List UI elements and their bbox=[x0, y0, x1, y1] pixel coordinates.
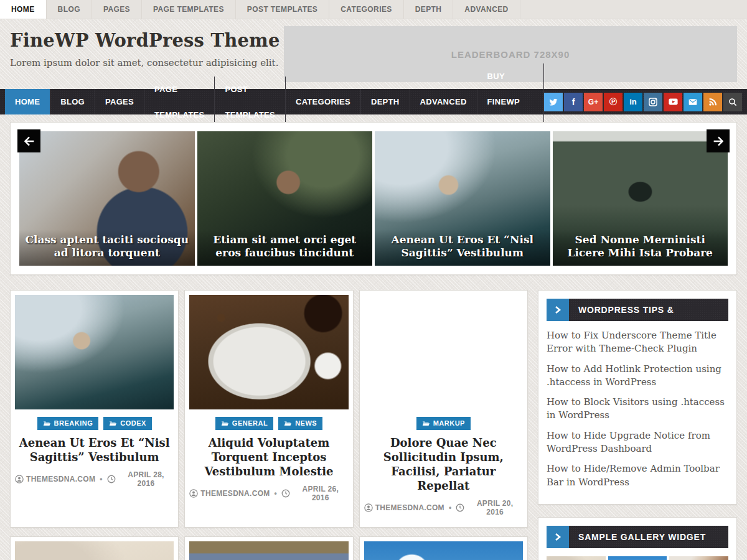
post-author[interactable]: THEMESDNA.COM bbox=[15, 475, 95, 483]
category-badge[interactable]: CODEX bbox=[103, 417, 152, 430]
carousel-slide[interactable]: Aenean Ut Eros Et “Nisl Sagittis” Vestib… bbox=[375, 131, 550, 266]
widget-link-list: How to Fix Underscore Theme Title Error … bbox=[547, 329, 728, 489]
top-nav-advanced[interactable]: ADVANCED bbox=[453, 0, 520, 19]
google-plus-icon[interactable]: G+ bbox=[584, 93, 603, 111]
sidebar: WORDPRESS TIPS & TUTORIALS How to Fix Un… bbox=[538, 290, 737, 560]
top-secondary-nav: HOME BLOG PAGES PAGE TEMPLATES POST TEMP… bbox=[0, 0, 747, 19]
featured-carousel: Class aptent taciti sociosqu ad litora t… bbox=[10, 122, 737, 275]
carousel-slide-title[interactable]: Etiam sit amet orci eget eros faucibus t… bbox=[197, 230, 373, 266]
post-image-car-girl[interactable] bbox=[15, 295, 174, 409]
widget-link[interactable]: How to Block Visitors using .htaccess in… bbox=[547, 396, 728, 422]
category-badge[interactable]: MARKUP bbox=[416, 417, 471, 430]
main-nav-home[interactable]: HOME bbox=[5, 89, 50, 114]
widget-header: WORDPRESS TIPS & TUTORIALS bbox=[547, 299, 728, 321]
site-tagline: Lorem ipsum dolor sit amet, consectetur … bbox=[10, 57, 280, 68]
pinterest-icon[interactable]: ℗ bbox=[604, 93, 622, 111]
clock-icon bbox=[107, 475, 116, 483]
chevron-right-icon bbox=[547, 526, 569, 548]
post-date: APRIL 28, 2016 bbox=[107, 470, 174, 488]
author-icon bbox=[15, 475, 24, 483]
top-nav-categories[interactable]: CATEGORIES bbox=[329, 0, 403, 19]
facebook-icon[interactable]: f bbox=[564, 93, 583, 111]
post-meta: THEMESDNA.COM APRIL 28, 2016 bbox=[15, 470, 174, 494]
main-nav-page-templates[interactable]: PAGE TEMPLATES bbox=[144, 77, 215, 128]
main-nav-blog[interactable]: BLOG bbox=[50, 89, 95, 114]
meta-separator bbox=[449, 503, 452, 512]
widget-link[interactable]: How to Hide/Remove Admin Toolbar Bar in … bbox=[547, 462, 728, 489]
top-nav-post-templates[interactable]: POST TEMPLATES bbox=[236, 0, 329, 19]
widget-title: WORDPRESS TIPS & TUTORIALS bbox=[569, 299, 728, 321]
post-card: GENERAL NEWS Aliquid Voluptatem Torquent… bbox=[184, 290, 353, 528]
category-badge[interactable]: NEWS bbox=[278, 417, 322, 430]
main-nav-pages[interactable]: PAGES bbox=[95, 89, 144, 114]
category-badge[interactable]: BREAKING bbox=[37, 417, 99, 430]
top-nav-depth[interactable]: DEPTH bbox=[404, 0, 454, 19]
post-title[interactable]: Aenean Ut Eros Et “Nisl Sagittis” Vestib… bbox=[17, 436, 171, 464]
folder-icon bbox=[109, 420, 117, 426]
carousel-next-button[interactable] bbox=[707, 129, 730, 152]
gallery-grid bbox=[547, 556, 728, 560]
instagram-icon[interactable] bbox=[644, 93, 662, 111]
leaderboard-ad-text: LEADERBOARD 728X90 bbox=[451, 49, 570, 60]
post-card bbox=[10, 536, 179, 560]
carousel-slide-title[interactable]: Aenean Ut Eros Et “Nisl Sagittis” Vestib… bbox=[375, 230, 550, 266]
post-meta: THEMESDNA.COM APRIL 26, 2016 bbox=[189, 485, 348, 508]
top-nav-pages[interactable]: PAGES bbox=[92, 0, 142, 19]
carousel-slide[interactable]: Sed Nonne Merninisti Licere Mihi Ista Pr… bbox=[553, 131, 728, 266]
post-title[interactable]: Aliquid Voluptatem Torquent Inceptos Ves… bbox=[192, 436, 345, 478]
post-card: MARKUP Dolore Quae Nec Sollicitudin Ipsu… bbox=[359, 290, 528, 528]
main-nav-categories[interactable]: CATEGORIES bbox=[286, 89, 361, 114]
folder-icon bbox=[284, 420, 292, 426]
widget-link[interactable]: How to Hide Upgrade Notice from WordPres… bbox=[547, 429, 728, 456]
post-meta: THEMESDNA.COM APRIL 20, 2016 bbox=[364, 499, 523, 523]
chevron-right-icon bbox=[547, 299, 569, 321]
post-card: BREAKING CODEX Aenean Ut Eros Et “Nisl S… bbox=[10, 290, 179, 528]
post-author[interactable]: THEMESDNA.COM bbox=[189, 489, 270, 498]
site-header: FineWP WordPress Theme Lorem ipsum dolor… bbox=[10, 19, 737, 89]
carousel-slide[interactable]: Etiam sit amet orci eget eros faucibus t… bbox=[197, 131, 373, 266]
main-nav: HOME BLOG PAGES PAGE TEMPLATES POST TEMP… bbox=[0, 89, 747, 114]
category-badge[interactable]: GENERAL bbox=[215, 417, 273, 430]
gallery-thumb-sky[interactable] bbox=[608, 556, 667, 560]
post-image-camera-girl[interactable] bbox=[189, 541, 348, 560]
carousel-prev-button[interactable] bbox=[17, 129, 40, 152]
folder-icon bbox=[422, 420, 430, 426]
widget-title: SAMPLE GALLERY WIDGET bbox=[569, 526, 728, 548]
main-nav-advanced[interactable]: ADVANCED bbox=[410, 89, 477, 114]
top-nav-blog[interactable]: BLOG bbox=[47, 0, 92, 19]
posts-grid: BREAKING CODEX Aenean Ut Eros Et “Nisl S… bbox=[10, 290, 528, 560]
top-nav-home[interactable]: HOME bbox=[0, 0, 47, 19]
clock-icon bbox=[456, 503, 464, 512]
main-nav-post-templates[interactable]: POST TEMPLATES bbox=[215, 77, 285, 128]
gallery-thumb-portrait[interactable] bbox=[669, 556, 728, 560]
linkedin-icon[interactable]: in bbox=[624, 93, 642, 111]
email-icon[interactable] bbox=[684, 93, 702, 111]
rss-icon[interactable] bbox=[703, 93, 722, 111]
post-image-bed-dog[interactable] bbox=[15, 541, 174, 560]
meta-separator bbox=[100, 475, 103, 483]
widget-link[interactable]: How to Fix Underscore Theme Title Error … bbox=[547, 329, 728, 356]
gallery-thumb-bed-dog[interactable] bbox=[547, 556, 606, 560]
main-nav-depth[interactable]: DEPTH bbox=[361, 89, 410, 114]
post-title[interactable]: Dolore Quae Nec Sollicitudin Ipsum, Faci… bbox=[367, 436, 520, 493]
site-title[interactable]: FineWP WordPress Theme bbox=[10, 30, 280, 51]
social-links: f G+ ℗ in bbox=[544, 93, 742, 111]
post-image-typewriter[interactable] bbox=[364, 295, 523, 409]
widget-sample-gallery: SAMPLE GALLERY WIDGET bbox=[538, 517, 737, 560]
widget-link[interactable]: How to Add Hotlink Protection using .hta… bbox=[547, 363, 728, 390]
carousel-slide[interactable]: Class aptent taciti sociosqu ad litora t… bbox=[19, 131, 195, 266]
meta-separator bbox=[275, 489, 278, 498]
post-card bbox=[359, 536, 528, 560]
search-icon[interactable] bbox=[723, 93, 742, 111]
post-date: APRIL 26, 2016 bbox=[281, 485, 349, 502]
carousel-slide-title[interactable]: Class aptent taciti sociosqu ad litora t… bbox=[19, 230, 195, 266]
folder-icon bbox=[43, 420, 51, 426]
post-author[interactable]: THEMESDNA.COM bbox=[364, 503, 444, 512]
youtube-icon[interactable] bbox=[664, 93, 682, 111]
post-image-keyboard-coffee[interactable] bbox=[189, 295, 348, 409]
post-date: APRIL 20, 2016 bbox=[456, 499, 523, 516]
top-nav-page-templates[interactable]: PAGE TEMPLATES bbox=[142, 0, 236, 19]
carousel-slide-title[interactable]: Sed Nonne Merninisti Licere Mihi Ista Pr… bbox=[553, 230, 728, 266]
twitter-icon[interactable] bbox=[544, 93, 563, 111]
post-image-sky-grass[interactable] bbox=[364, 541, 523, 560]
